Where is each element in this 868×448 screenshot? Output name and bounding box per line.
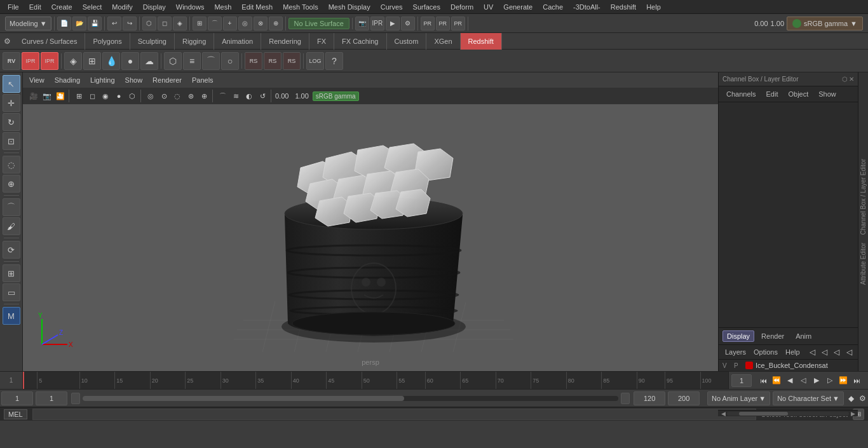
layer-row-1[interactable]: V P Ice_Bucket_Condensat — [719, 360, 858, 371]
snap-view-btn[interactable]: ◎ — [238, 17, 252, 31]
vt-camera-btn[interactable]: 🎥 — [27, 90, 40, 102]
layer-icon-3[interactable]: ◁ — [832, 347, 841, 357]
playback-end-input[interactable]: 200 — [668, 391, 700, 405]
snap-surface-btn[interactable]: ⊗ — [254, 17, 268, 31]
move-tool-btn[interactable]: ✛ — [3, 94, 20, 112]
shelf-grid[interactable]: ⊞ — [83, 52, 101, 70]
tab-animation[interactable]: Animation — [214, 33, 261, 50]
vp-menu-renderer[interactable]: Renderer — [150, 75, 184, 85]
shelf-bars[interactable]: ≡ — [183, 52, 201, 70]
menu-mesh-tools[interactable]: Mesh Tools — [278, 2, 323, 12]
ch-tab-channels[interactable]: Channels — [724, 89, 758, 99]
vt-xray2-btn[interactable]: ⊛ — [184, 90, 197, 102]
vp-menu-lighting[interactable]: Lighting — [88, 75, 118, 85]
shelf-log[interactable]: LOG — [306, 52, 324, 70]
panel-tab-anim[interactable]: Anim — [791, 330, 816, 342]
options-btn[interactable]: Options — [751, 348, 780, 356]
menu-cache[interactable]: Cache — [538, 2, 568, 12]
timeline-bar[interactable]: 5 10 15 20 25 30 35 40 45 50 55 60 65 70… — [23, 372, 728, 389]
menu-surfaces[interactable]: Surfaces — [408, 2, 445, 12]
menu-select[interactable]: Select — [78, 2, 107, 12]
panel-tab-display[interactable]: Display — [722, 330, 754, 342]
char-set-dropdown[interactable]: No Character Set ▼ — [773, 391, 844, 405]
show-manip-btn[interactable]: ⟳ — [3, 241, 20, 259]
channel-box-edge-btn[interactable]: Channel Box / Layer Editor — [858, 156, 868, 238]
layer-icon-1[interactable]: ◁ — [808, 347, 817, 357]
snap-point-btn[interactable]: + — [223, 17, 237, 31]
shelf-rs-env[interactable]: RS — [283, 52, 301, 70]
tab-sculpting[interactable]: Sculpting — [130, 33, 175, 50]
vt-color-space[interactable]: sRGB gamma — [313, 92, 359, 101]
next-key-btn[interactable]: ▷ — [824, 374, 836, 387]
tab-redshift[interactable]: Redshift — [461, 33, 502, 50]
panel-tab-render[interactable]: Render — [757, 330, 789, 342]
vt-disp1-btn[interactable]: ⌒ — [216, 90, 229, 102]
vt-disp2-btn[interactable]: ≋ — [229, 90, 242, 102]
tab-xgen[interactable]: XGen — [426, 33, 460, 50]
jump-end-btn[interactable]: ⏭ — [850, 374, 863, 387]
rotate-tool-btn[interactable]: ↻ — [3, 113, 20, 131]
vp-menu-view[interactable]: View — [27, 75, 47, 85]
scroll-track[interactable] — [727, 412, 849, 416]
menu-mesh[interactable]: Mesh — [209, 2, 236, 12]
shelf-wave[interactable]: ⌒ — [202, 52, 220, 70]
vt-grid-btn[interactable]: ⊞ — [72, 90, 85, 102]
menu-uv[interactable]: UV — [478, 2, 498, 12]
vt-shade-btn[interactable]: ● — [112, 90, 125, 102]
vt-isolate-btn[interactable]: ⊙ — [158, 90, 170, 102]
play-back-btn[interactable]: ◁ — [797, 374, 810, 387]
step-fwd-btn[interactable]: ⏩ — [837, 374, 850, 387]
shelf-diamond[interactable]: ◈ — [64, 52, 82, 70]
undo-btn[interactable]: ↩ — [107, 17, 121, 31]
select-by-obj-btn[interactable]: ◻ — [158, 17, 172, 31]
vt-tex-btn[interactable]: ⬡ — [126, 90, 139, 102]
vt-disp3-btn[interactable]: ◐ — [243, 90, 255, 102]
rs-btn2[interactable]: PR — [436, 17, 450, 31]
command-input[interactable] — [32, 409, 756, 420]
frame-current-input[interactable]: 1 — [36, 391, 67, 405]
menu-generate[interactable]: Generate — [498, 2, 538, 12]
tab-rigging[interactable]: Rigging — [175, 33, 214, 50]
lasso-btn[interactable]: ⌒ — [3, 198, 20, 216]
tabs-settings-icon[interactable]: ⚙ — [0, 34, 14, 48]
panel-close-btn[interactable]: ✕ — [849, 76, 854, 83]
ch-tab-edit[interactable]: Edit — [763, 89, 780, 99]
menu-curves[interactable]: Curves — [376, 2, 408, 12]
shelf-rv[interactable]: RV — [3, 52, 20, 70]
current-frame-input[interactable]: 1 — [731, 374, 752, 387]
anim-layer-dropdown[interactable]: No Anim Layer ▼ — [707, 391, 770, 405]
menu-deform[interactable]: Deform — [445, 2, 478, 12]
render-btn[interactable]: ▶ — [386, 17, 400, 31]
vt-select-btn[interactable]: ◎ — [144, 90, 157, 102]
tab-custom[interactable]: Custom — [387, 33, 427, 50]
ch-tab-show[interactable]: Show — [816, 89, 839, 99]
menu-edit-mesh[interactable]: Edit Mesh — [236, 2, 278, 12]
save-btn[interactable]: 💾 — [88, 17, 102, 31]
paint-btn[interactable]: 🖌 — [3, 217, 20, 235]
snap-curve-btn[interactable]: ⌒ — [208, 17, 222, 31]
ch-tab-object[interactable]: Object — [785, 89, 811, 99]
scroll-right-btn[interactable]: ▶ — [849, 410, 857, 417]
workspace-dropdown[interactable]: Modeling ▼ — [5, 17, 51, 31]
timeline-playhead[interactable] — [23, 372, 24, 389]
snap-iso-btn[interactable]: ⊞ — [3, 264, 20, 282]
soft-mod-btn[interactable]: ◌ — [3, 156, 20, 173]
render-settings-btn[interactable]: ⚙ — [401, 17, 415, 31]
shelf-rs-vol[interactable]: RS — [245, 52, 262, 70]
tab-curves-surfaces[interactable]: Curves / Surfaces — [14, 33, 85, 50]
shelf-sphere[interactable]: ● — [121, 52, 139, 70]
select-tool-btn[interactable]: ↖ — [3, 75, 20, 93]
range-slider[interactable] — [83, 396, 618, 401]
shelf-ipr2[interactable]: IPR — [41, 52, 58, 70]
frame-start-input[interactable]: 1 — [1, 391, 33, 405]
open-btn[interactable]: 📂 — [72, 17, 86, 31]
color-space-dropdown[interactable]: sRGB gamma ▼ — [787, 17, 863, 31]
vp-menu-panels[interactable]: Panels — [189, 75, 216, 85]
layer-icon-4[interactable]: ◁ — [844, 347, 854, 357]
select-by-hier-btn[interactable]: ⬡ — [142, 17, 156, 31]
play-fwd-btn[interactable]: ▶ — [810, 374, 823, 387]
menu-display[interactable]: Display — [138, 2, 171, 12]
maya-logo-btn[interactable]: M — [3, 307, 20, 325]
menu-mesh-display[interactable]: Mesh Display — [323, 2, 376, 12]
redo-btn[interactable]: ↪ — [123, 17, 137, 31]
